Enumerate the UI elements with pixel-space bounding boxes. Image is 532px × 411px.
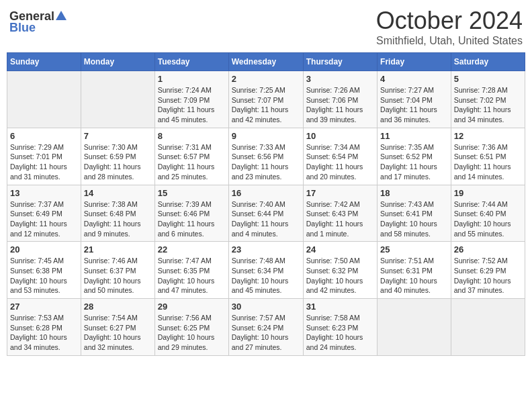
day-number: 14	[84, 188, 152, 198]
day-cell: 24Sunrise: 7:50 AM Sunset: 6:32 PM Dayli…	[303, 242, 377, 299]
day-detail: Sunrise: 7:31 AM Sunset: 6:57 PM Dayligh…	[158, 142, 226, 182]
day-cell	[81, 71, 154, 128]
week-row-3: 13Sunrise: 7:37 AM Sunset: 6:49 PM Dayli…	[7, 185, 525, 242]
day-detail: Sunrise: 7:47 AM Sunset: 6:35 PM Dayligh…	[158, 256, 226, 295]
day-detail: Sunrise: 7:39 AM Sunset: 6:46 PM Dayligh…	[158, 199, 226, 239]
day-number: 12	[454, 131, 522, 141]
day-detail: Sunrise: 7:36 AM Sunset: 6:51 PM Dayligh…	[454, 142, 522, 182]
day-number: 25	[380, 244, 448, 255]
day-detail: Sunrise: 7:57 AM Sunset: 6:24 PM Dayligh…	[232, 313, 300, 353]
day-cell: 14Sunrise: 7:38 AM Sunset: 6:48 PM Dayli…	[81, 185, 154, 242]
day-detail: Sunrise: 7:42 AM Sunset: 6:43 PM Dayligh…	[306, 199, 374, 239]
day-cell: 12Sunrise: 7:36 AM Sunset: 6:51 PM Dayli…	[451, 128, 525, 185]
logo: General Blue	[9, 9, 66, 35]
day-number: 20	[10, 244, 78, 255]
day-number: 15	[158, 188, 226, 198]
day-number: 4	[380, 74, 448, 84]
day-detail: Sunrise: 7:40 AM Sunset: 6:44 PM Dayligh…	[232, 199, 300, 239]
logo-blue-text: Blue	[9, 21, 36, 35]
day-number: 17	[306, 188, 374, 198]
day-cell: 19Sunrise: 7:44 AM Sunset: 6:40 PM Dayli…	[451, 185, 525, 242]
weekday-header-tuesday: Tuesday	[154, 53, 228, 71]
location: Smithfield, Utah, United States	[376, 35, 523, 47]
day-number: 13	[10, 188, 78, 198]
day-cell: 1Sunrise: 7:24 AM Sunset: 7:09 PM Daylig…	[154, 71, 228, 128]
day-cell	[378, 299, 451, 356]
weekday-header-monday: Monday	[81, 53, 154, 71]
calendar-table: SundayMondayTuesdayWednesdayThursdayFrid…	[7, 52, 525, 356]
day-detail: Sunrise: 7:26 AM Sunset: 7:06 PM Dayligh…	[306, 85, 374, 125]
day-detail: Sunrise: 7:34 AM Sunset: 6:54 PM Dayligh…	[306, 142, 374, 182]
day-detail: Sunrise: 7:28 AM Sunset: 7:02 PM Dayligh…	[454, 85, 522, 125]
day-number: 30	[232, 302, 300, 312]
day-cell: 21Sunrise: 7:46 AM Sunset: 6:37 PM Dayli…	[81, 242, 154, 299]
day-detail: Sunrise: 7:52 AM Sunset: 6:29 PM Dayligh…	[454, 256, 522, 295]
day-number: 1	[158, 74, 226, 84]
day-number: 22	[158, 244, 226, 255]
day-number: 27	[10, 302, 78, 312]
page-header: General Blue October 2024 Smithfield, Ut…	[7, 7, 525, 47]
weekday-header-wednesday: Wednesday	[228, 53, 303, 71]
day-number: 31	[306, 302, 374, 312]
week-row-5: 27Sunrise: 7:53 AM Sunset: 6:28 PM Dayli…	[7, 299, 525, 356]
day-detail: Sunrise: 7:33 AM Sunset: 6:56 PM Dayligh…	[232, 142, 300, 182]
week-row-2: 6Sunrise: 7:29 AM Sunset: 7:01 PM Daylig…	[7, 128, 525, 185]
day-detail: Sunrise: 7:48 AM Sunset: 6:34 PM Dayligh…	[232, 256, 300, 295]
day-detail: Sunrise: 7:38 AM Sunset: 6:48 PM Dayligh…	[84, 199, 152, 239]
day-cell	[451, 299, 525, 356]
day-cell: 26Sunrise: 7:52 AM Sunset: 6:29 PM Dayli…	[451, 242, 525, 299]
weekday-header-saturday: Saturday	[451, 53, 525, 71]
day-detail: Sunrise: 7:30 AM Sunset: 6:59 PM Dayligh…	[84, 142, 152, 182]
day-detail: Sunrise: 7:25 AM Sunset: 7:07 PM Dayligh…	[232, 85, 300, 125]
day-cell: 17Sunrise: 7:42 AM Sunset: 6:43 PM Dayli…	[303, 185, 377, 242]
day-cell: 5Sunrise: 7:28 AM Sunset: 7:02 PM Daylig…	[451, 71, 525, 128]
day-detail: Sunrise: 7:50 AM Sunset: 6:32 PM Dayligh…	[306, 256, 374, 295]
day-cell: 13Sunrise: 7:37 AM Sunset: 6:49 PM Dayli…	[7, 185, 81, 242]
day-number: 29	[158, 302, 226, 312]
logo-triangle-icon	[56, 11, 66, 23]
day-number: 16	[232, 188, 300, 198]
day-cell: 7Sunrise: 7:30 AM Sunset: 6:59 PM Daylig…	[81, 128, 154, 185]
svg-marker-0	[56, 11, 66, 20]
weekday-header-thursday: Thursday	[303, 53, 377, 71]
day-detail: Sunrise: 7:46 AM Sunset: 6:37 PM Dayligh…	[84, 256, 152, 295]
day-cell: 23Sunrise: 7:48 AM Sunset: 6:34 PM Dayli…	[228, 242, 303, 299]
day-cell: 28Sunrise: 7:54 AM Sunset: 6:27 PM Dayli…	[81, 299, 154, 356]
day-cell	[7, 71, 81, 128]
day-number: 21	[84, 244, 152, 255]
day-cell: 30Sunrise: 7:57 AM Sunset: 6:24 PM Dayli…	[228, 299, 303, 356]
day-detail: Sunrise: 7:45 AM Sunset: 6:38 PM Dayligh…	[10, 256, 78, 295]
day-number: 18	[380, 188, 448, 198]
day-cell: 18Sunrise: 7:43 AM Sunset: 6:41 PM Dayli…	[378, 185, 451, 242]
day-number: 23	[232, 244, 300, 255]
day-cell: 2Sunrise: 7:25 AM Sunset: 7:07 PM Daylig…	[228, 71, 303, 128]
day-cell: 22Sunrise: 7:47 AM Sunset: 6:35 PM Dayli…	[154, 242, 228, 299]
day-cell: 20Sunrise: 7:45 AM Sunset: 6:38 PM Dayli…	[7, 242, 81, 299]
day-detail: Sunrise: 7:54 AM Sunset: 6:27 PM Dayligh…	[84, 313, 152, 353]
day-detail: Sunrise: 7:43 AM Sunset: 6:41 PM Dayligh…	[380, 199, 448, 239]
day-number: 7	[84, 131, 152, 141]
weekday-header-sunday: Sunday	[7, 53, 81, 71]
day-cell: 31Sunrise: 7:58 AM Sunset: 6:23 PM Dayli…	[303, 299, 377, 356]
day-cell: 6Sunrise: 7:29 AM Sunset: 7:01 PM Daylig…	[7, 128, 81, 185]
day-detail: Sunrise: 7:27 AM Sunset: 7:04 PM Dayligh…	[380, 85, 448, 125]
day-number: 6	[10, 131, 78, 141]
day-cell: 27Sunrise: 7:53 AM Sunset: 6:28 PM Dayli…	[7, 299, 81, 356]
day-cell: 29Sunrise: 7:56 AM Sunset: 6:25 PM Dayli…	[154, 299, 228, 356]
day-number: 5	[454, 74, 522, 84]
day-detail: Sunrise: 7:58 AM Sunset: 6:23 PM Dayligh…	[306, 313, 374, 353]
day-number: 28	[84, 302, 152, 312]
day-cell: 15Sunrise: 7:39 AM Sunset: 6:46 PM Dayli…	[154, 185, 228, 242]
day-cell: 4Sunrise: 7:27 AM Sunset: 7:04 PM Daylig…	[378, 71, 451, 128]
day-number: 10	[306, 131, 374, 141]
day-cell: 8Sunrise: 7:31 AM Sunset: 6:57 PM Daylig…	[154, 128, 228, 185]
day-detail: Sunrise: 7:44 AM Sunset: 6:40 PM Dayligh…	[454, 199, 522, 239]
day-number: 9	[232, 131, 300, 141]
day-cell: 3Sunrise: 7:26 AM Sunset: 7:06 PM Daylig…	[303, 71, 377, 128]
day-detail: Sunrise: 7:56 AM Sunset: 6:25 PM Dayligh…	[158, 313, 226, 353]
day-detail: Sunrise: 7:24 AM Sunset: 7:09 PM Dayligh…	[158, 85, 226, 125]
week-row-4: 20Sunrise: 7:45 AM Sunset: 6:38 PM Dayli…	[7, 242, 525, 299]
day-number: 2	[232, 74, 300, 84]
day-number: 19	[454, 188, 522, 198]
day-cell: 11Sunrise: 7:35 AM Sunset: 6:52 PM Dayli…	[378, 128, 451, 185]
